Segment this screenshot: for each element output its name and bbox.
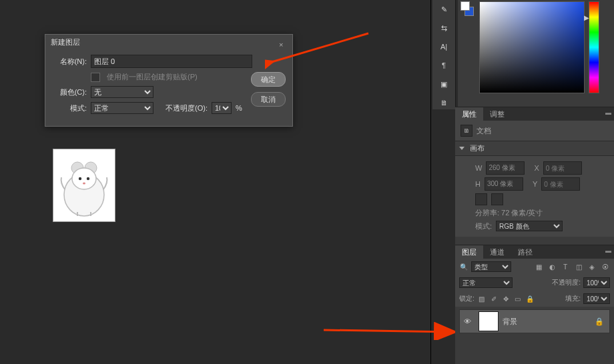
dialog-title: 新建图层 (51, 38, 80, 46)
swatch-stack (460, 1, 470, 20)
lock-brush-icon[interactable]: ✐ (489, 295, 499, 303)
width-input[interactable] (486, 161, 525, 175)
note-icon[interactable]: ▣ (436, 77, 452, 91)
tab-channels[interactable]: 通道 (483, 245, 511, 259)
filter-toggle-icon[interactable]: ⦿ (601, 263, 610, 271)
search-icon[interactable]: 🔍 (459, 263, 469, 271)
opacity-unit: % (236, 104, 242, 112)
clip-label: 使用前一图层创建剪贴版(P) (107, 72, 198, 82)
resolution-text: 分辨率: 72 像素/英寸 (475, 208, 543, 218)
fill-select[interactable]: 100% (583, 293, 610, 304)
canvas-section-header[interactable]: 画布 (455, 141, 614, 156)
layers-panel: 图层 通道 路径 ▬ 🔍 类型 ▦ ◐ T ◫ ◈ ⦿ 正常 不透明度: 100… (455, 245, 614, 333)
orientation-portrait-icon[interactable] (475, 193, 487, 205)
lock-position-icon[interactable]: ✥ (501, 295, 511, 303)
visibility-icon[interactable]: 👁 (460, 317, 475, 325)
tab-properties[interactable]: 属性 (455, 107, 483, 121)
h-label: H (475, 180, 481, 188)
layer-opacity-label: 不透明度: (552, 278, 581, 287)
tab-paths[interactable]: 路径 (511, 245, 539, 259)
filter-kind-select[interactable]: 类型 (471, 261, 511, 272)
tab-layers[interactable]: 图层 (455, 245, 483, 259)
sliders-icon[interactable]: ⇆ (436, 21, 452, 35)
opacity-label: 不透明度(O): (166, 103, 208, 113)
fill-label: 填充: (565, 294, 581, 303)
layer-thumbnail[interactable] (479, 311, 499, 331)
paragraph-icon[interactable]: ¶ (436, 59, 452, 72)
close-icon[interactable]: × (279, 37, 288, 47)
layer-opacity-select[interactable]: 100% (583, 277, 610, 288)
hue-indicator-icon: ▶ (584, 14, 589, 21)
orientation-landscape-icon[interactable] (491, 193, 503, 205)
x-label: X (534, 164, 539, 172)
filter-shape-icon[interactable]: ◫ (574, 263, 583, 271)
hue-slider[interactable] (589, 1, 599, 93)
svg-point-3 (72, 168, 96, 189)
color-label: 颜色(C): (52, 87, 87, 97)
lock-transparent-icon[interactable]: ▨ (477, 295, 487, 303)
layer-name-input[interactable] (91, 55, 252, 68)
chevron-down-icon (459, 147, 465, 150)
y-label: Y (533, 180, 537, 188)
document-icon: 🗎 (460, 125, 473, 137)
ok-button[interactable]: 确定 (251, 72, 286, 87)
mode-label: 模式: (52, 103, 87, 113)
canvas-thumbnail[interactable] (53, 149, 115, 222)
dialog-title-bar[interactable]: 新建图层 × (45, 35, 292, 49)
layer-row-background[interactable]: 👁 背景 🔒 (459, 309, 610, 333)
blend-mode-select[interactable]: 正常 (91, 102, 154, 114)
eyedropper-icon[interactable]: ✎ (436, 3, 452, 16)
document-icon[interactable]: 🗎 (436, 96, 452, 109)
cancel-button[interactable]: 取消 (251, 92, 286, 107)
type-icon[interactable]: A| (436, 40, 452, 53)
filter-smart-icon[interactable]: ◈ (587, 263, 597, 271)
fg-swatch[interactable] (460, 1, 470, 11)
color-select[interactable]: 无 (91, 86, 154, 98)
color-mode-label: 模式: (475, 221, 492, 231)
tab-adjustments[interactable]: 调整 (483, 107, 511, 121)
y-input[interactable] (541, 177, 580, 191)
tool-strip: ✎ ⇆ A| ¶ ▣ 🗎 (432, 0, 456, 109)
properties-panel: 属性 调整 ▬ 🗎 文档 画布 W X H Y (455, 107, 614, 237)
layer-blend-select[interactable]: 正常 (459, 277, 513, 288)
color-picker-field[interactable] (479, 1, 585, 93)
clip-checkbox[interactable] (91, 73, 100, 82)
svg-point-6 (83, 183, 85, 185)
lock-icon[interactable]: 🔒 (595, 317, 604, 326)
opacity-select[interactable]: 100 (212, 102, 232, 114)
layer-name[interactable]: 背景 (503, 317, 517, 327)
height-input[interactable] (485, 177, 523, 191)
color-mode-select[interactable]: RGB 颜色 (496, 221, 563, 231)
svg-point-4 (79, 177, 81, 180)
canvas-area: 新建图层 × 名称(N): 使用前一图层创建剪贴版(P) 颜色(C): 无 模式… (0, 0, 431, 364)
lock-artboard-icon[interactable]: ▭ (513, 295, 523, 303)
name-label: 名称(N): (52, 57, 87, 67)
w-label: W (475, 164, 482, 172)
collapse-icon[interactable]: ▬ (605, 247, 611, 254)
lock-all-icon[interactable]: 🔒 (525, 295, 535, 303)
lock-label: 锁定: (459, 294, 475, 303)
filter-pixel-icon[interactable]: ▦ (534, 263, 543, 271)
filter-adjust-icon[interactable]: ◐ (547, 263, 557, 271)
x-input[interactable] (543, 161, 582, 175)
filter-type-icon[interactable]: T (561, 263, 570, 271)
svg-point-5 (87, 177, 89, 180)
collapse-icon[interactable]: ▬ (605, 109, 611, 116)
document-label: 文档 (477, 126, 491, 136)
new-layer-dialog: 新建图层 × 名称(N): 使用前一图层创建剪贴版(P) 颜色(C): 无 模式… (45, 34, 293, 127)
